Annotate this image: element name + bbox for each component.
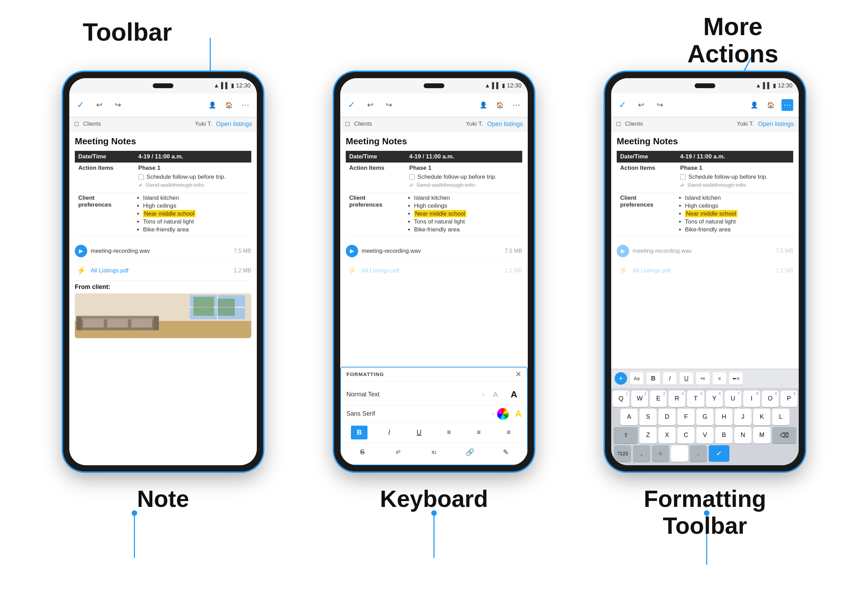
formatting-popup-close[interactable]: ✕ [515,370,521,378]
sans-serif-label[interactable]: Sans Serif [347,410,488,417]
space-key[interactable] [671,445,688,462]
undo-icon-3[interactable]: ↩ [635,99,647,111]
key-I[interactable]: 8I [743,391,760,407]
key-Z[interactable]: Z [639,427,657,443]
key-B[interactable]: B [715,427,733,443]
checkmark-icon: ✓ [138,182,143,188]
add-tool-button[interactable]: + [614,372,627,385]
phone3-notch [695,83,715,88]
action-items-content: Phase 1 Schedule follow-up before trip. … [135,163,251,192]
breadcrumb-clients: Clients [83,121,101,127]
key-M[interactable]: M [753,427,770,443]
period-key[interactable]: . [690,445,707,462]
audio-play-icon-3[interactable]: ▶ [617,245,629,257]
breadcrumb-open-listings[interactable]: Open listings [216,121,252,128]
undo-icon[interactable]: ↩ [93,99,105,111]
formatting-popup: FORMATTING ✕ Normal Text › A A [340,367,528,465]
underline-tool[interactable]: U [680,372,693,385]
key-H[interactable]: H [715,409,733,425]
highlight-color-icon[interactable]: A [515,408,521,419]
italic-button[interactable]: I [381,426,397,439]
pref-2: High ceilings [143,203,248,209]
note-table-2: Date/Time 4-19 / 11:00 a.m. Action Items… [346,151,522,237]
add-contact-icon-2[interactable]: 👤 [478,99,489,111]
home-icon-3[interactable]: 🏠 [765,99,777,111]
align-right-button[interactable]: ≡ [501,426,517,439]
key-row-2: A S D F G H J K L [613,409,797,425]
key-R[interactable]: 4R [669,391,685,407]
strikethrough-button[interactable]: S [354,445,370,459]
italic-tool[interactable]: I [663,372,677,385]
key-O[interactable]: 9O [762,391,779,407]
bold-tool[interactable]: B [646,372,660,385]
checkbox-1-3[interactable] [680,174,686,180]
font-size-tool[interactable]: Aa [630,372,644,385]
pdf-file-name-3[interactable]: All Listings.pdf [633,267,772,274]
comma-key[interactable]: , [633,445,650,462]
align-left-button[interactable]: ≡ [440,426,457,439]
key-K[interactable]: K [753,409,770,425]
key-L[interactable]: L [772,409,789,425]
normal-text-label[interactable]: Normal Text [347,391,479,398]
key-J[interactable]: J [734,409,751,425]
audio-play-icon[interactable]: ▶ [75,245,87,257]
key-V[interactable]: V [696,427,714,443]
check-icon[interactable]: ✓ [75,99,87,111]
indent-tool[interactable]: ⬅≡ [729,372,743,385]
number-list-tool[interactable]: ≡ [712,372,726,385]
superscript-button[interactable]: x² [390,445,406,459]
key-D[interactable]: D [658,409,676,425]
edit-button[interactable]: ✎ [498,445,514,459]
key-Q[interactable]: 1Q [613,391,630,407]
send-key[interactable]: ✓ [709,445,730,462]
key-X[interactable]: X [658,427,676,443]
pdf-file-name[interactable]: All Listings.pdf [91,267,230,274]
key-U[interactable]: 7U [725,391,742,407]
pdf-file-name-2[interactable]: All Listings.pdf [362,267,501,274]
num-key[interactable]: ?123 [614,445,631,462]
home-icon[interactable]: 🏠 [223,99,235,111]
circle-key[interactable]: ○ [652,445,669,462]
action-items-content-3: Phase 1 Schedule follow-up before trip. … [677,163,793,192]
check-icon-2[interactable]: ✓ [346,99,358,111]
action-text-2: Send walkthrough info. [145,182,205,189]
key-P[interactable]: 0P [781,391,797,407]
note-title: Meeting Notes [75,136,251,147]
audio-play-icon-2[interactable]: ▶ [346,245,358,257]
subscript-button[interactable]: x₂ [426,445,442,459]
key-T[interactable]: 5T [687,391,704,407]
more-options-icon-2[interactable]: ⋯ [510,99,522,111]
link-button[interactable]: 🔗 [462,445,478,459]
key-W[interactable]: 2W [631,391,648,407]
key-F[interactable]: F [677,409,695,425]
key-C[interactable]: C [677,427,695,443]
home-icon-2[interactable]: 🏠 [494,99,506,111]
check-icon-3[interactable]: ✓ [617,99,628,111]
checkbox-1[interactable] [138,174,144,180]
breadcrumb-open-listings-3[interactable]: Open listings [758,121,794,128]
redo-icon-2[interactable]: ↪ [383,99,395,111]
checkbox-1-2[interactable] [409,174,415,180]
add-contact-icon-3[interactable]: 👤 [748,99,760,111]
align-center-button[interactable]: ≡ [471,426,487,439]
table-row-prefs: Clientpreferences Island kitchen High ce… [75,192,251,236]
bullet-list-tool[interactable]: •≡ [696,372,710,385]
key-E[interactable]: 3E [650,391,667,407]
color-picker-icon[interactable] [497,408,509,420]
key-Y[interactable]: 6Y [706,391,723,407]
bold-button[interactable]: B [351,426,367,439]
underline-button[interactable]: U [411,426,428,439]
delete-key[interactable]: ⌫ [772,427,796,443]
more-options-icon-3[interactable]: ⋯ [781,99,793,111]
shift-key[interactable]: ⇧ [614,427,638,443]
redo-icon[interactable]: ↪ [112,99,124,111]
key-G[interactable]: G [696,409,714,425]
more-options-icon[interactable]: ⋯ [240,99,251,111]
redo-icon-3[interactable]: ↪ [654,99,666,111]
breadcrumb-open-listings-2[interactable]: Open listings [487,121,523,128]
add-contact-icon[interactable]: 👤 [207,99,218,111]
key-S[interactable]: S [639,409,657,425]
key-A[interactable]: A [621,409,638,425]
key-N[interactable]: N [734,427,751,443]
undo-icon-2[interactable]: ↩ [364,99,376,111]
